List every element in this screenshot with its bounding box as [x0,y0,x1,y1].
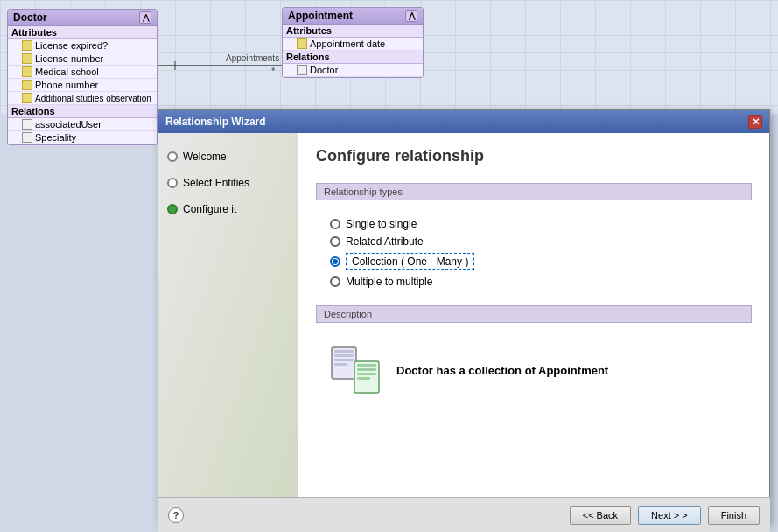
radio-group-relationship-types: Single to single Related Attribute Colle… [316,211,752,295]
back-button[interactable]: << Back [570,506,631,525]
finish-button[interactable]: Finish [708,506,760,525]
attr-text: Additional studies observation [35,94,151,103]
list-item: Appointment date [283,38,423,51]
appointment-attributes-label: Attributes [286,25,332,36]
attr-text: Phone number [35,80,98,90]
radio-multiple-to-multiple[interactable] [330,276,340,287]
appointment-title: Appointment [288,10,353,22]
radio-collection-one-many[interactable] [330,256,340,267]
step-label-welcome: Welcome [183,150,227,163]
doctor-title: Doctor [13,11,47,24]
appointment-relations-header: Relations [283,51,423,64]
svg-rect-11 [357,368,376,371]
radio-item-collection-one-many[interactable]: Collection ( One - Many ) [330,253,738,270]
relationship-types-section-bar: Relationship types [316,183,752,200]
attr-text: Appointment date [310,38,385,49]
collection-icon [330,344,382,396]
rel-icon [22,119,32,130]
attr-icon [297,38,307,49]
doctor-entity: Doctor ⋀ Attributes License expired? Lic… [7,9,158,145]
rel-text: Doctor [310,65,338,75]
appointment-entity-header: Appointment ⋀ [283,8,423,24]
wizard-bottom-right: << Back Next > > Finish [570,506,760,525]
radio-selected-label-collection: Collection ( One - Many ) [346,253,474,270]
doctor-relations-header: Relations [8,105,157,118]
appointment-attributes-header: Attributes [283,24,423,38]
step-circle-select-entities [167,178,178,188]
attr-text: License number [35,53,103,64]
wizard-step-select-entities[interactable]: Select Entities [167,177,289,189]
wizard-step-welcome[interactable]: Welcome [167,150,289,163]
wizard-title: Relationship Wizard [165,116,266,128]
attr-text: Medical school [35,66,99,77]
rel-text: Speciality [35,132,76,143]
doctor-relations-label: Relations [11,106,55,116]
list-item: Doctor [283,64,423,77]
description-section-bar: Description [316,305,752,323]
radio-related-attribute[interactable] [330,236,340,247]
radio-item-single-to-single[interactable]: Single to single [330,218,738,230]
radio-label-related-attribute: Related Attribute [346,235,424,248]
list-item: Additional studies observation [8,92,157,105]
doctor-attributes-label: Attributes [11,27,57,38]
rel-icon [297,65,307,75]
description-text: Doctor has a collection of Appointment [396,364,608,377]
rel-text: associatedUser [35,119,102,130]
relationship-types-label: Relationship types [324,186,403,197]
wizard-body: Welcome Select Entities Configure it Con… [158,133,769,522]
radio-single-to-single[interactable] [330,219,340,229]
wizard-dialog: Relationship Wizard ✕ Welcome Select Ent… [158,109,770,525]
list-item: Speciality [8,131,157,144]
list-item: associatedUser [8,118,157,131]
description-content: Doctor has a collection of Appointment [316,330,752,410]
svg-rect-12 [357,373,376,375]
attr-text: License expired? [35,40,108,51]
rel-icon [22,132,32,143]
list-item: License expired? [8,39,157,52]
svg-rect-13 [357,377,370,380]
attr-icon [22,53,32,64]
attr-icon [22,40,32,51]
description-section: Description [316,305,752,410]
attr-icon [22,93,32,103]
wizard-bottom-left: ? [168,508,184,523]
appointment-entity: Appointment ⋀ Attributes Appointment dat… [282,7,424,78]
step-label-configure: Configure it [183,203,236,215]
wizard-bottom-bar: ? << Back Next > > Finish [158,497,770,532]
radio-label-single-to-single: Single to single [346,218,417,230]
svg-rect-8 [334,363,347,366]
wizard-close-button[interactable]: ✕ [748,115,762,129]
radio-item-multiple-to-multiple[interactable]: Multiple to multiple [330,276,738,288]
help-button[interactable]: ? [168,508,184,523]
attr-icon [22,80,32,90]
attr-icon [22,66,32,77]
step-label-select-entities: Select Entities [183,177,249,189]
step-circle-welcome [167,151,178,162]
wizard-titlebar: Relationship Wizard ✕ [158,110,769,133]
list-item: Phone number [8,79,157,92]
wizard-main-title: Configure relationship [316,147,752,165]
wizard-step-configure[interactable]: Configure it [167,203,289,215]
svg-rect-5 [334,350,354,353]
radio-label-multiple-to-multiple: Multiple to multiple [346,276,432,288]
radio-label-collection-one-many: Collection ( One - Many ) [352,256,468,268]
next-button[interactable]: Next > > [638,506,701,525]
description-label: Description [324,309,372,319]
wizard-steps-panel: Welcome Select Entities Configure it [158,133,298,522]
appointment-relations-label: Relations [286,52,330,62]
doctor-attributes-header: Attributes [8,26,157,39]
svg-rect-10 [357,364,376,367]
svg-rect-7 [334,359,354,361]
doctor-entity-header: Doctor ⋀ [8,10,157,26]
appointment-collapse-btn[interactable]: ⋀ [405,10,417,22]
radio-item-related-attribute[interactable]: Related Attribute [330,235,738,248]
wizard-content-panel: Configure relationship Relationship type… [298,133,769,522]
list-item: Medical school [8,66,157,79]
list-item: License number [8,52,157,66]
step-circle-configure [167,204,178,214]
svg-rect-6 [334,354,354,357]
doctor-collapse-btn[interactable]: ⋀ [139,11,151,24]
